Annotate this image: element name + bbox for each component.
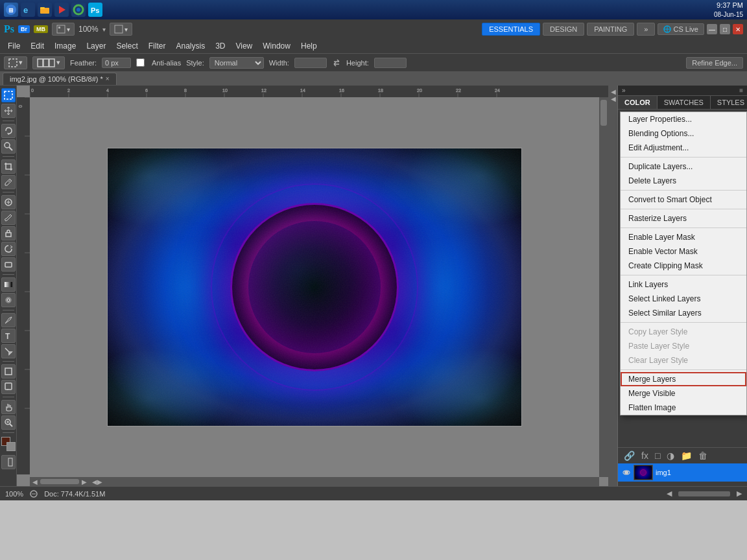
path-select-tool[interactable] bbox=[1, 344, 16, 358]
layer-folder-btn[interactable]: 📁 bbox=[679, 450, 694, 461]
eraser-tool[interactable] bbox=[1, 257, 16, 272]
ctx-link-layers[interactable]: Link Layers bbox=[621, 277, 746, 292]
pen-tool[interactable] bbox=[1, 313, 16, 327]
layer-link-btn[interactable]: 🔗 bbox=[622, 450, 637, 461]
menu-help[interactable]: Help bbox=[296, 40, 322, 52]
ctx-merge-layers[interactable]: Merge Layers bbox=[621, 372, 746, 386]
h-scrollbar[interactable] bbox=[678, 491, 730, 496]
ctx-enable-vector-mask[interactable]: Enable Vector Mask bbox=[621, 244, 746, 259]
canvas-scroll-right[interactable] bbox=[599, 97, 608, 477]
tab-swatches[interactable]: SWATCHES bbox=[658, 96, 711, 109]
ws-design-btn[interactable]: DESIGN bbox=[543, 23, 584, 36]
crop-tool[interactable] bbox=[1, 159, 16, 174]
canvas-scroll-bottom[interactable]: ◀ ▶ ◀▶ bbox=[30, 477, 599, 486]
eyedropper-tool[interactable] bbox=[1, 175, 16, 189]
ctx-edit-adjustment[interactable]: Edit Adjustment... bbox=[621, 141, 746, 155]
doc-tab-close[interactable]: × bbox=[106, 75, 110, 82]
ctx-delete-layers[interactable]: Delete Layers bbox=[621, 174, 746, 188]
ctx-convert-smart[interactable]: Convert to Smart Object bbox=[621, 192, 746, 207]
scroll-right-arrow[interactable]: ▶ bbox=[79, 478, 89, 485]
zoom-tool[interactable] bbox=[1, 415, 16, 430]
brush-tool[interactable] bbox=[1, 211, 16, 225]
image-canvas[interactable] bbox=[107, 148, 522, 426]
menu-window[interactable]: Window bbox=[257, 40, 296, 52]
quick-mask-btn[interactable] bbox=[1, 455, 16, 469]
menu-select[interactable]: Select bbox=[111, 40, 143, 52]
doc-tab[interactable]: img2.jpg @ 100% (RGB/8#) * × bbox=[3, 73, 117, 85]
ctx-blending-options[interactable]: Blending Options... bbox=[621, 126, 746, 141]
folder-icon[interactable] bbox=[38, 3, 52, 17]
zoom-out-btn[interactable] bbox=[30, 490, 38, 498]
tab-color[interactable]: COLOR bbox=[618, 96, 658, 109]
move-tool[interactable] bbox=[1, 104, 16, 118]
panel-options-icon[interactable]: ≡ bbox=[739, 87, 743, 94]
layer-fx-btn[interactable]: fx bbox=[639, 450, 650, 461]
cs-live-btn[interactable]: CS Live bbox=[658, 23, 704, 35]
notes-tool[interactable] bbox=[1, 380, 16, 394]
style-select[interactable]: Normal Fixed Ratio Fixed Size bbox=[209, 57, 264, 69]
hand-tool[interactable] bbox=[1, 400, 16, 414]
zoom-display[interactable]: 100% bbox=[78, 25, 99, 34]
feather-input[interactable] bbox=[102, 58, 131, 68]
ws-painting-btn[interactable]: PAINTING bbox=[587, 23, 634, 36]
ctx-rasterize[interactable]: Rasterize Layers bbox=[621, 211, 746, 226]
foreground-background-colors[interactable] bbox=[1, 437, 16, 451]
anti-alias-checkbox[interactable] bbox=[136, 58, 145, 67]
layer-delete-btn[interactable]: 🗑 bbox=[696, 450, 709, 461]
ie-icon[interactable]: e bbox=[21, 3, 35, 17]
scroll-bottom-right[interactable]: ▶ bbox=[737, 489, 742, 498]
ctx-enable-layer-mask[interactable]: Enable Layer Mask bbox=[621, 230, 746, 244]
layer-visibility-btn[interactable] bbox=[622, 468, 631, 477]
menu-3d[interactable]: 3D bbox=[210, 40, 230, 52]
ctx-flatten-image[interactable]: Flatten Image bbox=[621, 401, 746, 415]
marquee-tool[interactable] bbox=[1, 88, 16, 102]
menu-analysis[interactable]: Analysis bbox=[171, 40, 210, 52]
menu-view[interactable]: View bbox=[230, 40, 257, 52]
refine-edge-btn[interactable]: Refine Edge... bbox=[686, 57, 743, 69]
menu-layer[interactable]: Layer bbox=[81, 40, 111, 52]
ctx-duplicate-layers[interactable]: Duplicate Layers... bbox=[621, 159, 746, 174]
selection-style-group[interactable]: ▾ bbox=[32, 56, 65, 69]
layer-item-img1[interactable]: img1 bbox=[618, 463, 747, 482]
ctx-layer-properties[interactable]: Layer Properties... bbox=[621, 112, 746, 126]
history-brush-tool[interactable] bbox=[1, 242, 16, 256]
chrome-icon[interactable] bbox=[71, 3, 86, 17]
shape-tool[interactable] bbox=[1, 364, 16, 379]
ws-more-btn[interactable]: » bbox=[637, 23, 655, 36]
screen-mode-btn[interactable]: ▾ bbox=[110, 23, 132, 36]
text-tool[interactable]: T bbox=[1, 329, 16, 343]
br-badge[interactable]: Br bbox=[18, 25, 30, 33]
width-input[interactable] bbox=[294, 58, 327, 68]
magic-wand-tool[interactable] bbox=[1, 139, 16, 154]
start-button[interactable]: ⊞ bbox=[4, 3, 18, 17]
scroll-left-arrow[interactable]: ◀ bbox=[30, 478, 40, 485]
menu-image[interactable]: Image bbox=[49, 40, 81, 52]
view-mode-btn[interactable]: ▾ bbox=[52, 23, 75, 36]
blur-tool[interactable] bbox=[1, 293, 16, 307]
background-color[interactable] bbox=[6, 442, 16, 451]
photoshop-taskbar-icon[interactable]: Ps bbox=[88, 3, 102, 17]
ctx-select-similar[interactable]: Select Similar Layers bbox=[621, 306, 746, 320]
panel-expand-icon[interactable]: » bbox=[622, 87, 626, 94]
ctx-merge-visible[interactable]: Merge Visible bbox=[621, 386, 746, 401]
window-minimize[interactable]: — bbox=[707, 24, 717, 34]
lasso-tool[interactable] bbox=[1, 124, 16, 138]
window-maximize[interactable]: □ bbox=[720, 24, 730, 34]
swap-icon[interactable] bbox=[332, 58, 341, 67]
heal-tool[interactable] bbox=[1, 195, 16, 209]
ctx-select-linked[interactable]: Select Linked Layers bbox=[621, 292, 746, 306]
layer-mask-btn[interactable]: □ bbox=[653, 450, 662, 461]
scroll-bottom-left[interactable]: ◀ bbox=[667, 489, 672, 498]
height-input[interactable] bbox=[374, 58, 407, 68]
tab-styles[interactable]: STYLES bbox=[711, 96, 747, 109]
ws-essentials-btn[interactable]: ESSENTIALS bbox=[482, 23, 540, 36]
layer-adj-btn[interactable]: ◑ bbox=[665, 450, 676, 461]
mb-badge[interactable]: MB bbox=[34, 25, 48, 33]
window-close[interactable]: ✕ bbox=[733, 24, 743, 34]
menu-edit[interactable]: Edit bbox=[25, 40, 49, 52]
menu-filter[interactable]: Filter bbox=[143, 40, 171, 52]
gradient-tool[interactable] bbox=[1, 277, 16, 292]
stamp-tool[interactable] bbox=[1, 226, 16, 240]
media-icon[interactable] bbox=[54, 3, 69, 17]
panel-toggle[interactable]: ◀◀ bbox=[609, 86, 618, 486]
